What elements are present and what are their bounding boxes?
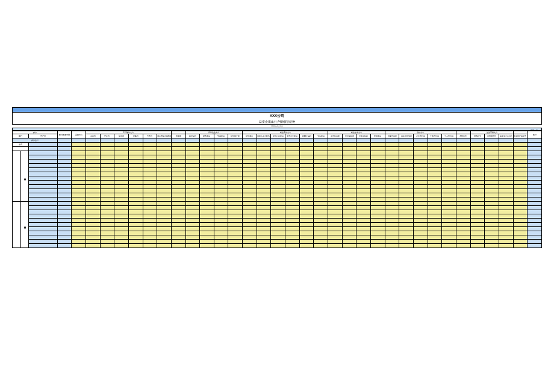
cell[interactable]: [470, 240, 485, 244]
cell[interactable]: [57, 185, 72, 189]
cell[interactable]: [100, 235, 114, 240]
cell[interactable]: [271, 160, 285, 164]
cell[interactable]: [257, 240, 271, 244]
cell[interactable]: [442, 210, 456, 214]
cell[interactable]: [399, 227, 414, 231]
cell[interactable]: [114, 172, 129, 176]
cell[interactable]: [143, 164, 157, 168]
cell[interactable]: [428, 181, 442, 185]
cell[interactable]: [485, 155, 499, 160]
cell[interactable]: [485, 210, 499, 214]
cell[interactable]: [72, 240, 86, 244]
cell[interactable]: [143, 168, 157, 172]
cell[interactable]: [399, 155, 414, 160]
cell[interactable]: [285, 206, 300, 210]
cell[interactable]: [214, 143, 228, 147]
cell[interactable]: [128, 244, 143, 248]
cell[interactable]: [100, 155, 114, 160]
cell[interactable]: [499, 138, 513, 143]
cell[interactable]: [214, 206, 228, 210]
cell[interactable]: [128, 214, 143, 219]
cell[interactable]: [100, 181, 114, 185]
cell[interactable]: [171, 227, 185, 231]
cell[interactable]: [214, 223, 228, 227]
cell[interactable]: [371, 176, 385, 181]
cell[interactable]: [342, 227, 356, 231]
cell[interactable]: [399, 240, 414, 244]
cell[interactable]: [513, 138, 528, 143]
cell[interactable]: [171, 219, 185, 223]
cell[interactable]: [214, 202, 228, 206]
cell[interactable]: [72, 143, 86, 147]
cell[interactable]: [328, 176, 343, 181]
cell[interactable]: [456, 240, 470, 244]
cell[interactable]: [271, 176, 285, 181]
cell[interactable]: [528, 151, 542, 155]
cell[interactable]: [171, 185, 185, 189]
cell[interactable]: [528, 176, 542, 181]
cell[interactable]: [171, 244, 185, 248]
cell[interactable]: [57, 168, 72, 172]
cell[interactable]: [513, 147, 528, 151]
cell[interactable]: [271, 168, 285, 172]
cell[interactable]: [328, 198, 343, 202]
cell[interactable]: [428, 164, 442, 168]
cell[interactable]: [257, 160, 271, 164]
cell[interactable]: [528, 202, 542, 206]
cell[interactable]: [328, 235, 343, 240]
cell[interactable]: [414, 151, 428, 155]
cell[interactable]: [72, 219, 86, 223]
cell[interactable]: [314, 181, 328, 185]
cell[interactable]: [342, 223, 356, 227]
cell[interactable]: [328, 151, 343, 155]
cell[interactable]: [414, 235, 428, 240]
cell[interactable]: [299, 143, 314, 147]
cell[interactable]: [114, 155, 129, 160]
cell[interactable]: [442, 143, 456, 147]
cell[interactable]: [143, 138, 157, 143]
cell[interactable]: [86, 176, 100, 181]
cell[interactable]: [414, 185, 428, 189]
cell[interactable]: [271, 240, 285, 244]
cell[interactable]: [171, 164, 185, 168]
cell[interactable]: [243, 138, 257, 143]
cell[interactable]: [72, 198, 86, 202]
cell[interactable]: [442, 164, 456, 168]
cell[interactable]: [442, 219, 456, 223]
cell[interactable]: [342, 151, 356, 155]
cell[interactable]: [371, 214, 385, 219]
cell[interactable]: [100, 240, 114, 244]
cell[interactable]: [271, 202, 285, 206]
cell[interactable]: [86, 206, 100, 210]
cell[interactable]: [185, 240, 200, 244]
cell[interactable]: [513, 214, 528, 219]
cell[interactable]: [285, 227, 300, 231]
cell[interactable]: [128, 172, 143, 176]
cell[interactable]: [72, 202, 86, 206]
cell[interactable]: [285, 172, 300, 176]
cell[interactable]: [143, 189, 157, 193]
cell[interactable]: [57, 240, 72, 244]
cell[interactable]: [200, 244, 214, 248]
cell[interactable]: [72, 168, 86, 172]
cell[interactable]: [157, 210, 172, 214]
cell[interactable]: [485, 168, 499, 172]
cell[interactable]: [171, 231, 185, 235]
cell[interactable]: [442, 181, 456, 185]
cell[interactable]: [243, 240, 257, 244]
cell[interactable]: [385, 164, 399, 168]
cell[interactable]: [342, 189, 356, 193]
cell[interactable]: [86, 147, 100, 151]
cell[interactable]: [399, 147, 414, 151]
cell[interactable]: [371, 160, 385, 164]
cell[interactable]: [200, 223, 214, 227]
cell[interactable]: [356, 138, 371, 143]
cell[interactable]: [285, 219, 300, 223]
cell[interactable]: [228, 219, 243, 223]
cell[interactable]: [356, 168, 371, 172]
cell[interactable]: [171, 181, 185, 185]
cell[interactable]: [385, 244, 399, 248]
cell[interactable]: [356, 164, 371, 168]
cell[interactable]: [128, 210, 143, 214]
cell[interactable]: [128, 151, 143, 155]
